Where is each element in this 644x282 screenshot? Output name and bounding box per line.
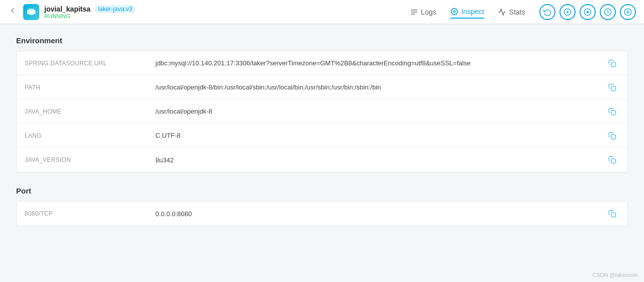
svg-rect-16 [611,111,616,115]
tab-stats-label: Stats [509,8,525,16]
port-title: Port [16,186,628,195]
table-row: LANG C.UTF-8 [17,124,627,148]
tab-logs[interactable]: Logs [410,6,436,18]
container-icon [23,4,39,20]
image-tag: laker-java:v3 [95,5,136,13]
port-table: 8080/tcp 0.0.0.0:8080 [16,201,628,226]
svg-rect-19 [611,213,616,217]
copy-button[interactable] [605,156,619,164]
svg-rect-10 [587,11,589,13]
tab-logs-label: Logs [421,8,436,16]
copy-button[interactable] [605,83,619,91]
env-key: JAVA_VERSION [25,156,155,163]
tab-inspect[interactable]: Inspect [450,6,484,19]
svg-rect-0 [27,10,36,14]
svg-point-7 [451,9,457,15]
refresh-button[interactable] [600,4,616,20]
execute-button[interactable] [559,4,576,20]
table-row: 8080/tcp 0.0.0.0:8080 [17,202,627,226]
svg-point-6 [453,11,455,13]
copy-button[interactable] [605,132,619,140]
svg-rect-1 [28,9,34,10]
svg-rect-14 [611,62,616,67]
env-value: C.UTF-8 [155,132,605,139]
env-value: 0.0.0.0:8080 [155,210,605,218]
table-row: JAVA_HOME /usr/local/openjdk-8 [17,100,627,124]
env-value: /usr/local/openjdk-8 [155,108,605,115]
svg-rect-18 [611,159,616,163]
port-section: Port 8080/tcp 0.0.0.0:8080 [16,186,628,226]
env-value: 8u342 [155,156,605,164]
environment-section: Environment SPRING.DATASOURCE.URL jdbc:m… [16,36,628,172]
back-button[interactable] [8,6,17,18]
main-content: Environment SPRING.DATASOURCE.URL jdbc:m… [0,24,644,282]
stop-button[interactable] [580,4,596,20]
env-key: SPRING.DATASOURCE.URL [25,60,155,67]
environment-title: Environment [16,36,628,45]
delete-button[interactable] [620,4,636,20]
container-info: jovial_kapitsa laker-java:v3 RUNNING [44,5,136,19]
copy-button[interactable] [605,210,619,218]
tab-inspect-label: Inspect [461,8,484,16]
container-status: RUNNING [44,13,136,19]
svg-rect-2 [29,14,33,15]
env-value: /usr/local/openjdk-8/bin:/usr/local/sbin… [155,83,605,91]
tab-stats[interactable]: Stats [498,6,525,18]
env-key: LANG [25,132,155,139]
container-name: jovial_kapitsa [44,5,91,13]
environment-table: SPRING.DATASOURCE.URL jdbc:mysql://10.14… [16,51,628,172]
env-key: 8080/tcp [25,210,155,217]
env-value: jdbc:mysql://10.140.201.17:3306/laker?se… [155,59,605,67]
table-row: SPRING.DATASOURCE.URL jdbc:mysql://10.14… [17,51,627,75]
header: jovial_kapitsa laker-java:v3 RUNNING Log… [0,0,644,24]
svg-rect-17 [611,135,616,139]
nav-tabs: Logs Inspect Stats [410,6,525,19]
env-key: JAVA_HOME [25,108,155,115]
copy-button[interactable] [605,108,619,116]
action-buttons [539,4,636,20]
restart-button[interactable] [539,4,555,20]
copy-button[interactable] [605,59,619,67]
watermark: CSDN @lakernote [592,272,638,278]
svg-rect-15 [611,86,616,91]
table-row: PATH /usr/local/openjdk-8/bin:/usr/local… [17,75,627,100]
env-key: PATH [25,84,155,91]
table-row: JAVA_VERSION 8u342 [17,148,627,172]
